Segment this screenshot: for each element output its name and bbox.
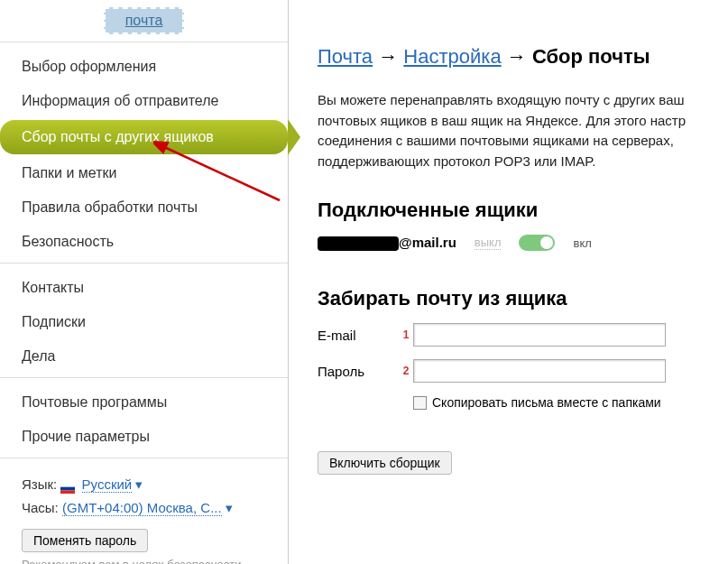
svg-rect-2: [60, 490, 75, 494]
flag-russia-icon: [60, 481, 75, 491]
language-select[interactable]: Русский: [82, 476, 133, 493]
enable-collector-button[interactable]: Включить сборщик: [318, 451, 452, 475]
step-marker-1: 1: [399, 328, 413, 341]
email-label: E-mail: [318, 328, 399, 343]
sidebar-item[interactable]: Безопасность: [0, 225, 288, 259]
toggle-on-label: вкл: [573, 236, 591, 250]
sidebar-item[interactable]: Папки и метки: [0, 156, 288, 190]
toggle-off-label[interactable]: выкл: [475, 236, 502, 250]
sidebar-item[interactable]: Прочие параметры: [0, 420, 288, 454]
sidebar-footer: Язык: Русский ▾ Часы: (GMT+04:00) Москва…: [0, 458, 288, 564]
sidebar-item[interactable]: Дела: [0, 339, 288, 374]
sidebar-item[interactable]: Выбор оформления: [0, 50, 288, 84]
copy-folders-checkbox[interactable]: [413, 396, 427, 410]
connected-mailbox-row: @mail.ru выкл вкл: [318, 235, 721, 251]
description-text: Вы можете перенаправлять входящую почту …: [318, 90, 721, 171]
sidebar: почта Выбор оформленияИнформация об отпр…: [0, 0, 289, 564]
sidebar-item[interactable]: Почтовые программы: [0, 385, 288, 420]
language-label: Язык:: [22, 476, 57, 492]
sidebar-tab-header: почта: [0, 0, 288, 42]
sidebar-item[interactable]: Правила обработки почты: [0, 190, 288, 225]
clock-label: Часы:: [22, 500, 59, 515]
password-recommendation: Рекомендуем вам в целях безопасности мен…: [22, 558, 266, 564]
svg-rect-1: [60, 486, 75, 490]
redacted-username: [318, 236, 399, 251]
main-content: Почта → Настройка → Сбор почты Вы можете…: [289, 0, 728, 564]
step-marker-2: 2: [399, 365, 413, 377]
copy-folders-label: Скопировать письма вместе с папками: [432, 395, 661, 410]
mailbox-toggle[interactable]: [519, 235, 555, 251]
dropdown-caret-icon: ▾: [226, 500, 233, 515]
dropdown-caret-icon: ▾: [135, 476, 143, 492]
timezone-select[interactable]: (GMT+04:00) Москва, С...: [62, 500, 222, 516]
sidebar-item[interactable]: Контакты: [0, 271, 288, 305]
sidebar-item[interactable]: Подписки: [0, 305, 288, 339]
change-password-button[interactable]: Поменять пароль: [22, 529, 148, 552]
breadcrumb: Почта → Настройка → Сбор почты: [318, 45, 721, 69]
breadcrumb-current: Сбор почты: [532, 45, 650, 68]
collect-mail-title: Забирать почту из ящика: [318, 287, 721, 310]
breadcrumb-settings[interactable]: Настройка: [403, 45, 501, 68]
password-field[interactable]: [413, 359, 666, 383]
connected-mailboxes-title: Подключенные ящики: [318, 199, 721, 222]
breadcrumb-mail[interactable]: Почта: [318, 45, 373, 68]
mail-tab[interactable]: почта: [104, 7, 185, 34]
sidebar-item[interactable]: Сбор почты с других ящиков: [0, 120, 288, 154]
password-label: Пароль: [318, 364, 399, 379]
connected-mail-address: @mail.ru: [318, 235, 456, 251]
svg-rect-0: [60, 484, 75, 487]
sidebar-item[interactable]: Информация об отправителе: [0, 84, 288, 118]
email-field[interactable]: [413, 323, 666, 347]
